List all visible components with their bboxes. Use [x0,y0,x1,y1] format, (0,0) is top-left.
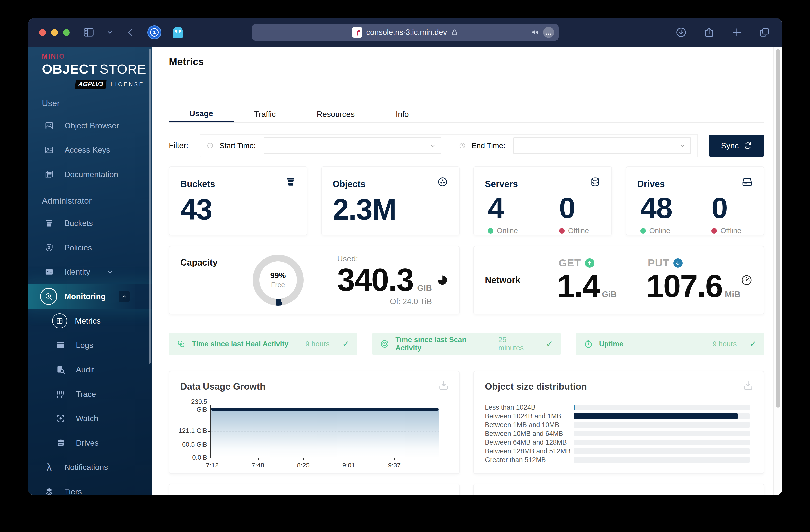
dist-label: Between 1MB and 10MB [485,421,573,429]
sidebar-item-label: Identity [65,268,90,277]
sidebar-item-access-keys[interactable]: Access Keys [28,138,152,162]
area-series-line [211,408,439,411]
sidebar-item-metrics[interactable]: Metrics [28,309,152,333]
sidebar-item-tiers[interactable]: Tiers [28,480,152,495]
filter-row: Filter: Start Time: [169,134,764,157]
status-bars-row: Time since last Heal Activity 9 hours ✓ … [169,333,764,355]
back-button[interactable] [125,27,136,38]
address-bar[interactable]: console.ns-3.ic.min.dev … [252,24,559,41]
drives-offline-count: 0 [711,193,753,223]
sidebar-item-object-browser[interactable]: Object Browser [28,113,152,138]
dist-bar [573,414,738,419]
tab-usage[interactable]: Usage [169,106,233,122]
dist-label: Between 10MB and 64MB [485,430,573,438]
y-tick [208,431,211,432]
sidebar-toggle-icon[interactable] [83,27,95,38]
scan-activity-status: Time since last Scan Activity 25 minutes… [372,333,561,355]
page-settings-icon[interactable]: … [543,27,554,38]
arrow-down-icon [673,258,683,268]
urlbar-right-controls: … [531,27,554,38]
x-tick [394,457,395,460]
scrollbar-track[interactable] [773,47,782,495]
offline-legend: Offline [559,227,601,235]
sidebar-chevron-down-icon[interactable] [106,29,114,36]
sidebar-item-buckets[interactable]: Buckets [28,211,152,235]
capacity-network-row: Capacity 99% Free Used: 340.3 [169,246,764,314]
sidebar-item-label: Watch [76,414,98,423]
drives-online-col: 48 Online [637,193,695,235]
sidebar-item-drives[interactable]: Drives [28,431,152,455]
partial-cards-row [169,484,764,495]
servers-icon [589,176,601,187]
sidebar-item-logs[interactable]: Logs [28,333,152,357]
dist-row: Between 64MB and 128MB [485,438,750,447]
offline-legend: Offline [711,227,753,235]
sidebar-item-notifications[interactable]: λ Notifications [28,455,152,480]
start-time-select[interactable] [264,138,441,154]
scrollbar-thumb[interactable] [776,49,780,408]
chevron-up-icon[interactable] [118,291,130,302]
sidebar-item-watch[interactable]: Watch [28,406,152,431]
downloads-icon[interactable] [676,27,687,38]
y-tick-label: 121.1 GiB [175,427,207,435]
status-label: Time since last Scan Activity [395,336,492,352]
divider [42,210,143,210]
speedometer-icon [741,274,753,286]
sidebar-item-label: Tiers [65,487,82,495]
dist-track [573,457,750,463]
y-tick [208,445,211,445]
minimize-button[interactable] [51,29,58,36]
dist-track [573,440,750,445]
status-value: 25 minutes [498,336,533,352]
tab-resources[interactable]: Resources [296,106,375,122]
identity-card-icon [44,268,54,276]
tab-info[interactable]: Info [375,106,429,122]
sidebar-item-monitoring[interactable]: Monitoring [28,284,152,309]
card-title: Network [485,275,520,286]
drives-offline-col: 0 Offline [695,193,753,235]
tab-traffic[interactable]: Traffic [233,106,296,122]
x-tick [349,457,350,460]
sidebar-item-policies[interactable]: Policies [28,235,152,260]
zoom-button[interactable] [63,29,70,36]
capacity-card: Capacity 99% Free Used: 340.3 [169,246,459,314]
desktop: 1 console.ns-3.ic.min.dev … [0,0,810,532]
sidebar-item-label: Logs [76,341,93,350]
share-icon[interactable] [703,27,715,38]
end-time-select[interactable] [513,138,691,154]
download-chart-icon[interactable] [438,380,449,391]
network-get-block: GET 1.4 GiB [557,257,617,303]
x-tick-label: 9:37 [388,462,401,469]
onepassword-extension-icon[interactable]: 1 [147,26,161,39]
audit-icon [55,365,66,374]
ghostery-extension-icon[interactable] [173,27,183,38]
new-tab-icon[interactable] [731,27,742,38]
online-legend: Online [488,227,543,235]
sync-button[interactable]: Sync [709,135,764,157]
mute-audio-icon[interactable] [531,28,539,37]
dist-bar [573,405,575,410]
drives-icon [55,438,66,447]
offline-dot [711,228,717,233]
sidebar-item-audit[interactable]: Audit [28,357,152,382]
download-chart-icon[interactable] [743,380,754,391]
y-tick-label: 60.5 GiB [175,440,207,448]
heal-icon [176,339,186,349]
sidebar-scrollbar-thumb[interactable] [149,49,151,364]
monitoring-icon [40,288,57,305]
sidebar-item-identity[interactable]: Identity [28,260,152,284]
servers-offline-count: 0 [559,193,601,223]
status-value: 9 hours [305,340,329,348]
close-button[interactable] [39,29,46,36]
data-usage-growth-card: Data Usage Growth 239.5 GiB 121.1 GiB [169,371,459,474]
tab-overview-icon[interactable] [759,27,770,38]
area-chart-plot: 239.5 GiB 121.1 GiB 60.5 GiB 0.0 B 7:12 [210,405,439,458]
sync-icon [744,142,752,150]
url-text: console.ns-3.ic.min.dev [367,28,447,37]
servers-offline-col: 0 Offline [543,193,601,235]
documentation-icon [44,170,54,179]
sidebar-item-documentation[interactable]: Documentation [28,162,152,187]
sidebar-item-trace[interactable]: Trace [28,382,152,406]
access-keys-icon [44,145,54,155]
used-value: 340.3 [337,263,413,297]
